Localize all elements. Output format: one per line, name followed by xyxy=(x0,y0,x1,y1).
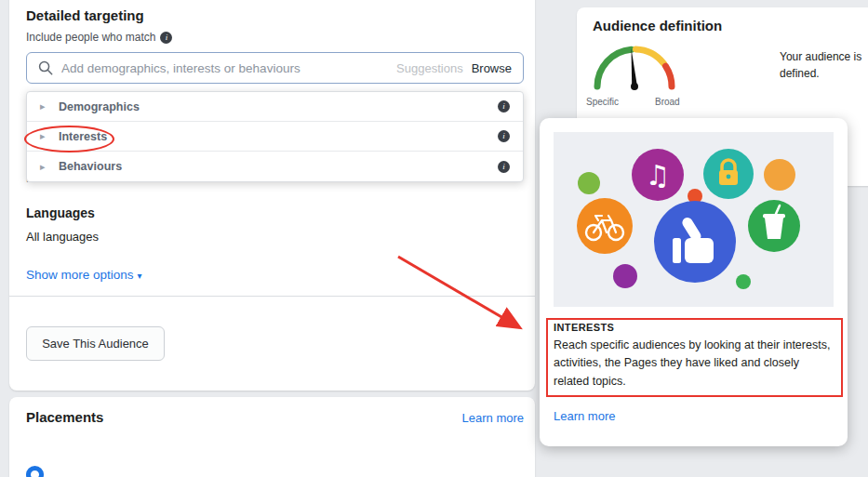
show-more-options-label: Show more options xyxy=(26,268,134,282)
browse-button[interactable]: Browse xyxy=(472,61,512,75)
detailed-targeting-card: Detailed targeting Include people who ma… xyxy=(9,0,535,391)
info-icon[interactable] xyxy=(498,130,510,142)
tooltip-description: Reach specific audiences by looking at t… xyxy=(554,337,834,391)
suggestions-button[interactable]: Suggestions xyxy=(396,61,463,75)
audience-definition-title: Audience definition xyxy=(593,18,722,33)
small-green-dot-icon xyxy=(736,274,751,289)
thumbs-up-icon xyxy=(654,201,736,283)
gauge-broad-label: Broad xyxy=(655,97,680,107)
placements-title: Placements xyxy=(26,409,103,425)
info-icon[interactable] xyxy=(498,161,510,173)
radio-selected-icon[interactable] xyxy=(26,466,44,477)
targeting-search-input[interactable] xyxy=(61,61,388,75)
include-people-label: Include people who match xyxy=(26,31,155,44)
category-label: Interests xyxy=(59,130,488,143)
category-row-behaviours[interactable]: Behaviours xyxy=(27,152,523,181)
targeting-category-dropdown: Demographics Interests Behaviours xyxy=(26,91,524,182)
placements-learn-more-link[interactable]: Learn more xyxy=(462,411,524,425)
languages-title: Languages xyxy=(26,205,95,220)
interests-illustration: ♫ xyxy=(554,132,834,307)
category-label: Behaviours xyxy=(59,160,488,173)
gauge-specific-label: Specific xyxy=(586,97,619,107)
category-row-demographics[interactable]: Demographics xyxy=(27,92,523,122)
divider xyxy=(9,296,535,297)
green-dot-icon xyxy=(578,172,600,194)
page: Detailed targeting Include people who ma… xyxy=(0,0,868,477)
chevron-right-icon[interactable] xyxy=(40,100,49,113)
search-icon xyxy=(38,60,53,75)
bicycle-icon xyxy=(577,198,633,254)
lock-icon xyxy=(703,149,754,199)
tooltip-heading: INTERESTS xyxy=(554,322,614,333)
languages-value: All languages xyxy=(26,230,99,244)
category-label: Demographics xyxy=(59,100,488,113)
music-note-icon: ♫ xyxy=(632,149,684,201)
tooltip-learn-more-link[interactable]: Learn more xyxy=(554,409,615,423)
chevron-right-icon[interactable] xyxy=(40,161,49,173)
audience-gauge-icon xyxy=(586,38,683,94)
interests-tooltip: ♫ xyxy=(540,118,848,446)
targeting-search-box[interactable]: Suggestions Browse xyxy=(26,52,524,84)
cup-icon xyxy=(748,200,800,252)
save-audience-button[interactable]: Save This Audience xyxy=(26,326,165,361)
include-people-row: Include people who match xyxy=(26,31,172,44)
caret-down-icon xyxy=(138,271,142,281)
chevron-right-icon[interactable] xyxy=(40,130,49,142)
svg-text:♫: ♫ xyxy=(646,159,671,192)
placements-card: Placements Learn more xyxy=(9,397,535,477)
info-icon[interactable] xyxy=(160,32,172,44)
purple-dot-icon xyxy=(613,264,637,288)
orange-dot-icon xyxy=(764,159,795,191)
show-more-options-link[interactable]: Show more options xyxy=(26,268,142,282)
info-icon[interactable] xyxy=(498,100,510,113)
category-row-interests[interactable]: Interests xyxy=(27,122,523,152)
audience-status-text: Your audience is defined. xyxy=(780,48,868,82)
detailed-targeting-title: Detailed targeting xyxy=(26,7,144,23)
